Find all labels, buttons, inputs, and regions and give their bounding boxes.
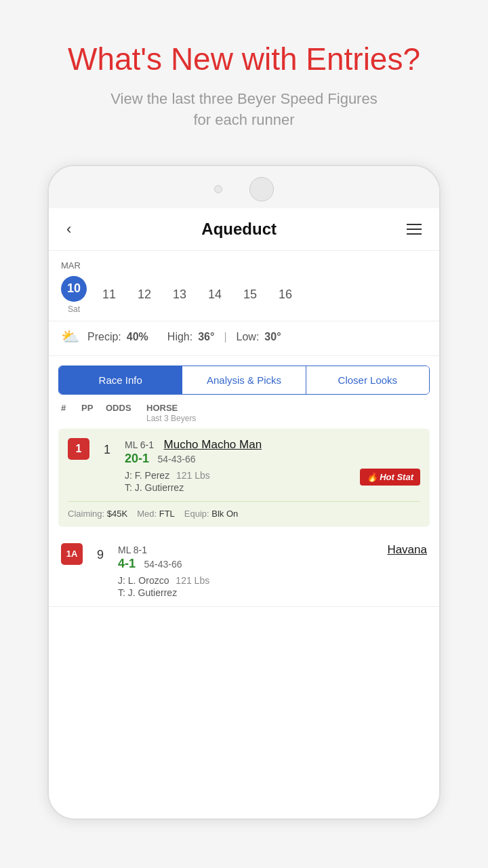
menu-button[interactable] [401,221,427,237]
horse-name-1[interactable]: Mucho Macho Man [164,438,262,451]
app-title: Aqueduct [201,220,277,239]
runner-info-row-1: 1 1 ML 6-1 Mucho Macho Man 20-1 54-43-66 [68,438,420,493]
date-item-16[interactable]: 16 [272,282,298,308]
runner-card-1[interactable]: 1 1 ML 6-1 Mucho Macho Man 20-1 54-43-66 [58,429,430,527]
odds-horse-wrap-1: ML 6-1 Mucho Macho Man [125,438,262,452]
header-section: What's New with Entries? View the last t… [0,0,488,151]
ml-odds-2: ML 8-1 [118,545,147,555]
claiming-row-1: Claiming: $45K Med: FTL Equip: Blk On [68,501,420,519]
weather-icon: ⛅ [61,328,79,346]
badge-pp-2: 1A 9 [61,543,113,565]
precip-label: Precip: [87,331,121,343]
horse-name-2[interactable]: Havana [387,543,427,557]
beyers-2: 54-43-66 [144,559,182,570]
pp-number-2: 9 [88,548,113,562]
runner-info-2: ML 8-1 Havana 4-1 54-43-66 J: L. Orozco … [118,543,427,598]
high-value: 36° [198,331,214,343]
precip-value: 40% [127,331,148,343]
odds-value-1: 20-1 [125,452,149,465]
tab-closer-looks-label: Closer Looks [338,374,398,386]
horse-row-1: ML 6-1 Mucho Macho Man [125,438,420,452]
equip-wrap-1: Equip: Blk On [184,509,239,519]
col-header-pp: PP [81,403,106,413]
tab-closer-looks[interactable]: Closer Looks [306,366,429,394]
high-label: High: [167,331,192,343]
jockey-weight-1: 121 Lbs [176,470,210,481]
trainer-row-2: T: J. Gutierrez [118,587,427,598]
low-label: Low: [237,331,260,343]
menu-line-3 [407,233,422,235]
race-number-badge-2: 1A [61,543,83,565]
date-num-15: 15 [237,282,263,308]
runner-card-2[interactable]: 1A 9 ML 8-1 Havana 4-1 54-43-66 J: L. Or… [49,534,439,607]
date-num-12: 12 [131,282,157,308]
date-row: 10 Sat 11 12 13 14 15 [61,276,427,314]
date-num-16: 16 [272,282,298,308]
date-item-13[interactable]: 13 [167,282,192,308]
phone-top-bar [49,166,439,208]
date-item-12[interactable]: 12 [131,282,157,308]
horse-label: HORSE [146,403,178,413]
date-num-14: 14 [202,282,228,308]
app-screen: ‹ Aqueduct MAR 10 Sat 11 12 [49,208,439,818]
tab-race-info[interactable]: Race Info [59,366,182,394]
tab-analysis-picks[interactable]: Analysis & Picks [182,366,305,394]
date-item-10[interactable]: 10 Sat [61,276,87,314]
main-title: What's New with Entries? [27,41,461,78]
date-item-15[interactable]: 15 [237,282,263,308]
race-number-badge-1: 1 [68,438,89,460]
odds-beyers-row-1: 20-1 54-43-66 [125,452,420,466]
jockey-name-2: J: L. Orozco [118,575,169,586]
badge-pp-1: 1 1 [68,438,119,460]
ml-odds-1: ML 6-1 [125,439,154,450]
jockey-row-2: J: L. Orozco 121 Lbs [118,575,427,586]
weather-row: ⛅ Precip: 40% High: 36° | Low: 30° [49,321,439,356]
odds-beyers-row-2: 4-1 54-43-66 [118,557,427,571]
phone-mockup: ‹ Aqueduct MAR 10 Sat 11 12 [47,165,441,820]
subtitle: View the last three Beyer Speed Figuresf… [27,89,461,131]
menu-line-1 [407,224,422,225]
jockey-name-1: J: F. Perez [125,470,169,481]
date-item-11[interactable]: 11 [96,282,122,308]
month-label: MAR [61,260,427,271]
app-toolbar: ‹ Aqueduct [49,208,439,251]
date-num-13: 13 [167,282,192,308]
horse-row-2: ML 8-1 Havana [118,543,427,557]
hot-stat-badge-1: 🔥 Hot Stat [360,469,420,486]
equip-value-1: Blk On [211,509,238,519]
pp-number-1: 1 [95,443,119,457]
calendar-section: MAR 10 Sat 11 12 13 14 1 [49,251,439,321]
jockey-weight-2: 121 Lbs [176,575,209,586]
menu-line-2 [407,229,422,230]
claiming-value-1: $45K [107,509,127,519]
med-value-1: FTL [159,509,175,519]
low-value: 30° [264,331,281,343]
med-wrap-1: Med: FTL [137,509,175,519]
date-circle-active: 10 [61,276,87,302]
phone-home-button [249,177,274,201]
active-day-label: Sat [68,304,80,314]
col-header-odds: ODDS [106,403,146,413]
beyers-label: Last 3 Beyers [146,414,196,423]
date-item-14[interactable]: 14 [202,282,228,308]
tabs-container: Race Info Analysis & Picks Closer Looks [58,366,430,395]
back-button[interactable]: ‹ [61,218,77,241]
runner-info-1: ML 6-1 Mucho Macho Man 20-1 54-43-66 J: … [125,438,420,493]
runner-info-row-2: 1A 9 ML 8-1 Havana 4-1 54-43-66 J: L. Or… [61,543,427,598]
date-num-11: 11 [96,282,122,308]
phone-camera [214,185,222,193]
col-header-horse: HORSE Last 3 Beyers [146,403,427,423]
tab-race-info-label: Race Info [99,374,142,386]
beyers-1: 54-43-66 [157,454,195,465]
table-header: # PP ODDS HORSE Last 3 Beyers [49,395,439,429]
col-header-num: # [61,403,81,413]
claiming-label-1: Claiming: $45K [68,509,127,519]
jockey-row-1: J: F. Perez 121 Lbs 🔥 Hot Stat [125,470,420,481]
tab-analysis-label: Analysis & Picks [207,374,281,386]
separator-bar: | [224,331,226,343]
odds-value-2: 4-1 [118,557,136,570]
